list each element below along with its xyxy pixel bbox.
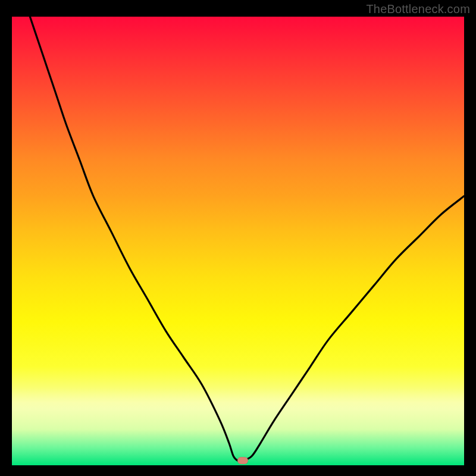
curve-path [30, 17, 464, 461]
chart-frame: TheBottleneck.com [0, 0, 476, 476]
bottleneck-curve [12, 17, 464, 465]
watermark-text: TheBottleneck.com [366, 2, 470, 16]
optimal-marker [237, 457, 248, 464]
plot-area [12, 17, 464, 465]
